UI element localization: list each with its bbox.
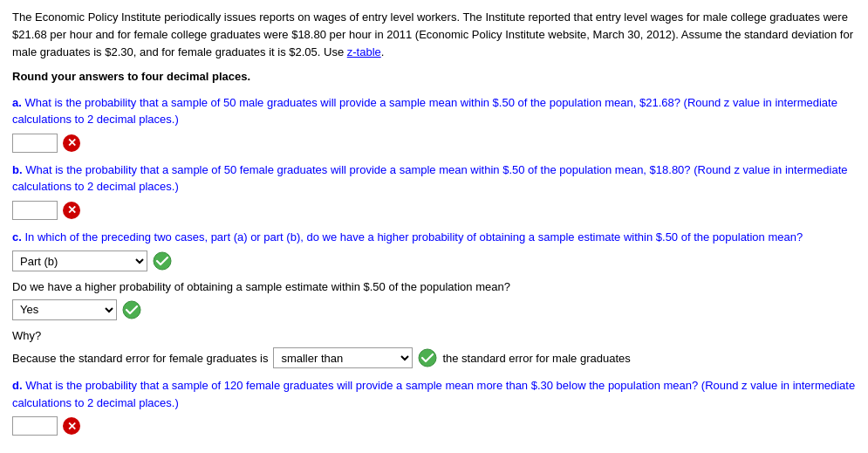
question-b-input[interactable] [12, 201, 58, 220]
question-c-label: c. [12, 230, 22, 244]
question-d-error-icon: ✕ [63, 417, 80, 435]
intro-section: The Economic Policy Institute periodical… [12, 9, 856, 86]
question-a-input-row: ✕ [12, 134, 856, 153]
round-note: Round your answers to four decimal place… [12, 68, 856, 86]
question-b-input-row: ✕ [12, 201, 856, 220]
question-c-followup-select[interactable]: Yes No [12, 299, 117, 320]
why-row: Because the standard error for female gr… [12, 347, 856, 368]
question-c-select[interactable]: Part (a) Part (b) [12, 251, 147, 271]
question-a-input[interactable] [12, 134, 58, 153]
question-b-text: b. What is the probability that a sample… [12, 161, 856, 196]
intro-text-main: The Economic Policy Institute periodical… [12, 10, 853, 58]
why-dropdown-select[interactable]: smaller than larger than equal to [273, 347, 413, 368]
why-text-before: Because the standard error for female gr… [12, 352, 268, 365]
question-b-error-icon: ✕ [63, 202, 80, 219]
question-a-body: What is the probability that a sample of… [12, 96, 837, 127]
question-c-followup-row: Yes No [12, 299, 856, 320]
question-c-section: c. In which of the preceding two cases, … [12, 229, 856, 369]
question-c-text: c. In which of the preceding two cases, … [12, 229, 856, 246]
question-b-section: b. What is the probability that a sample… [12, 161, 856, 220]
question-b-body: What is the probability that a sample of… [12, 163, 848, 194]
question-d-text: d. What is the probability that a sample… [12, 377, 856, 411]
question-d-body: What is the probability that a sample of… [12, 379, 855, 409]
question-c-body: In which of the preceding two cases, par… [22, 230, 803, 244]
question-d-label: d. [12, 379, 23, 392]
intro-paragraph: The Economic Policy Institute periodical… [12, 9, 856, 61]
question-a-label: a. [12, 96, 22, 109]
question-c-dropdown-row: Part (a) Part (b) [12, 251, 856, 271]
question-c-followup-check-icon [122, 300, 141, 319]
z-table-link[interactable]: z-table [347, 45, 381, 58]
question-d-input-row: ✕ [12, 416, 856, 436]
why-check-icon [418, 348, 437, 367]
why-label: Why? [12, 327, 856, 345]
question-c-check-icon [153, 251, 172, 271]
why-text-after: the standard error for male graduates [442, 352, 630, 365]
question-d-input[interactable] [12, 416, 58, 436]
question-d-section: d. What is the probability that a sample… [12, 377, 856, 436]
question-b-label: b. [12, 163, 23, 176]
question-a-text: a. What is the probability that a sample… [12, 94, 856, 128]
question-a-error-icon: ✕ [63, 134, 80, 152]
question-a-section: a. What is the probability that a sample… [12, 94, 856, 153]
question-c-followup-text: Do we have a higher probability of obtai… [12, 278, 856, 296]
